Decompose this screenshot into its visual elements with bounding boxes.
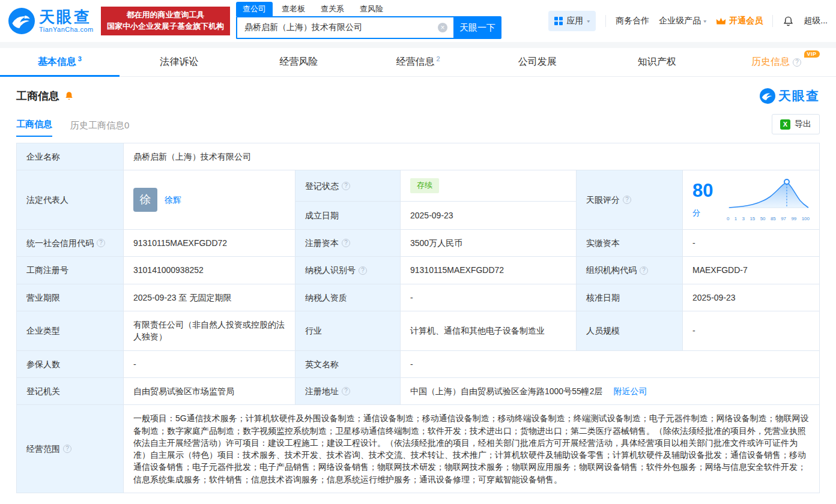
reg-status-cell: 存续 <box>401 170 577 202</box>
help-icon[interactable]: ? <box>793 58 801 67</box>
notification-bell-icon[interactable] <box>783 16 794 27</box>
reg-number-value: 310141000938252 <box>124 257 295 284</box>
approval-date-value: 2025-09-23 <box>683 284 820 311</box>
field-label: 登记机关 <box>17 377 124 404</box>
field-label: 实缴资本 <box>577 230 683 257</box>
reg-address-value: 中国（上海）自由贸易试验区金海路1000号55幢2层 <box>410 386 603 396</box>
help-icon[interactable]: ? <box>640 266 648 275</box>
search-tab-boss[interactable]: 查老板 <box>275 2 312 16</box>
table-row: 法定代表人 徐 徐辉 登记状态? 存续 天眼评分? 80分 <box>17 170 820 202</box>
logo-wave-icon <box>8 8 35 34</box>
excel-icon: X <box>780 119 790 130</box>
help-icon[interactable]: ? <box>623 196 631 204</box>
subtab-business-info[interactable]: 工商信息 <box>16 119 52 137</box>
field-label: 组织机构代码? <box>577 257 683 284</box>
user-account[interactable]: 超级... <box>804 16 828 26</box>
avatar[interactable]: 徐 <box>133 188 157 212</box>
table-row: 营业期限 2025-09-23 至 无固定期限 纳税人资质 - 核准日期 202… <box>17 284 820 311</box>
search-box: × <box>236 16 453 39</box>
field-label: 企业名称 <box>17 143 124 170</box>
tab-basic-info[interactable]: 基本信息3 <box>0 48 120 76</box>
subscribe-bell-icon[interactable] <box>64 91 74 101</box>
help-icon[interactable]: ? <box>63 445 71 453</box>
tianyancha-logo[interactable]: 天眼查 TianYanCha.com <box>8 8 98 34</box>
tab-intellectual-property[interactable]: 知识产权 <box>597 48 716 76</box>
search-area: 查公司 查老板 查关系 查风险 × 天眼一下 <box>236 3 501 39</box>
field-label: 纳税人识别号? <box>295 257 401 284</box>
apps-label: 应用 <box>566 16 583 26</box>
table-row: 参保人数 - 英文名称 - <box>17 350 820 377</box>
tab-history-info[interactable]: 历史信息 ? VIP <box>716 48 836 76</box>
slogan-line1: 都在用的商业查询工具 <box>107 10 224 21</box>
reg-authority-value: 自由贸易试验区市场监管局 <box>124 377 295 404</box>
search-input[interactable] <box>237 23 438 32</box>
search-button[interactable]: 天眼一下 <box>453 16 501 39</box>
org-code-value: MAEXFGDD-7 <box>683 257 820 284</box>
taxpayer-quality-value: - <box>401 284 577 311</box>
field-label: 成立日期 <box>295 202 401 230</box>
clear-icon[interactable]: × <box>438 23 447 32</box>
business-term-value: 2025-09-23 至 无固定期限 <box>124 284 295 311</box>
score-cell[interactable]: 80分 <box>683 170 820 230</box>
search-tabs: 查公司 查老板 查关系 查风险 <box>236 3 501 16</box>
field-label: 登记状态? <box>295 170 401 202</box>
logo-wave-icon <box>760 88 775 104</box>
field-label: 纳税人资质 <box>295 284 401 311</box>
business-scope-value: 一般项目：5G通信技术服务；计算机软硬件及外围设备制造；通信设备制造；移动通信设… <box>124 405 820 493</box>
chevron-down-icon: ▾ <box>703 19 706 24</box>
nav-open-vip[interactable]: 开通会员 <box>716 16 763 26</box>
header-nav: 应用 ▾ 商务合作 企业级产品 ▾ 开通会员 超级... <box>548 11 828 31</box>
search-tab-risk[interactable]: 查风险 <box>353 2 390 16</box>
paid-capital-value: - <box>683 230 820 257</box>
company-nav-tabs: 基本信息3 法律诉讼 经营风险 经营信息2 公司发展 知识产权 历史信息 ? V… <box>0 48 836 77</box>
tab-count-badge: 2 <box>436 55 440 62</box>
brand-domain: TianYanCha.com <box>39 26 94 33</box>
slogan-line2: 国家中小企业发展子基金旗下机构 <box>107 21 224 32</box>
tab-legal-proceedings[interactable]: 法律诉讼 <box>120 48 239 76</box>
field-label: 法定代表人 <box>17 170 124 230</box>
table-row: 经营范围? 一般项目：5G通信技术服务；计算机软硬件及外围设备制造；通信设备制造… <box>17 405 820 493</box>
brand-name: 天眼查 <box>39 9 94 25</box>
nav-business-cooperation[interactable]: 商务合作 <box>616 16 649 26</box>
header-separator <box>0 42 836 48</box>
help-icon[interactable]: ? <box>342 239 350 247</box>
field-label: 人员规模 <box>577 311 683 351</box>
credit-code-value: 91310115MAEXFGDD72 <box>124 230 295 257</box>
section-watermark-logo: 天眼查 <box>760 88 820 104</box>
section-title: 工商信息 <box>16 89 59 103</box>
field-label: 天眼评分? <box>577 170 683 230</box>
help-icon[interactable]: ? <box>342 387 350 395</box>
help-icon[interactable]: ? <box>359 266 367 275</box>
field-label: 统一社会信用代码? <box>17 230 124 257</box>
divider <box>772 15 773 27</box>
legal-rep-cell: 徐 徐辉 <box>124 170 295 230</box>
tab-company-development[interactable]: 公司发展 <box>477 48 597 76</box>
table-row: 企业类型 有限责任公司（非自然人投资或控股的法人独资） 行业 计算机、通信和其他… <box>17 311 820 351</box>
nearby-companies-link[interactable]: 附近公司 <box>613 386 647 396</box>
tab-operating-risk[interactable]: 经营风险 <box>239 48 359 76</box>
table-row: 工商注册号 310141000938252 纳税人识别号? 91310115MA… <box>17 257 820 284</box>
tab-count-badge: 3 <box>78 55 82 62</box>
field-label: 经营范围? <box>17 405 124 493</box>
apps-menu-button[interactable]: 应用 ▾ <box>548 11 596 31</box>
establish-date-value: 2025-09-23 <box>401 202 577 230</box>
divider <box>605 15 606 27</box>
search-tab-relation[interactable]: 查关系 <box>314 2 351 16</box>
english-name-value: - <box>401 350 820 377</box>
score-curve-chart: 0131550859799100 <box>727 178 810 222</box>
field-label: 行业 <box>295 311 401 351</box>
crown-icon <box>716 17 726 26</box>
table-row: 登记机关 自由贸易试验区市场监管局 注册地址? 中国（上海）自由贸易试验区金海路… <box>17 377 820 404</box>
nav-enterprise-products[interactable]: 企业级产品 ▾ <box>659 16 706 26</box>
subtab-history-business-info[interactable]: 历史工商信息0 <box>70 120 129 137</box>
score-axis-labels: 0131550859799100 <box>727 215 810 223</box>
field-label: 注册资本? <box>295 230 401 257</box>
tab-operating-info[interactable]: 经营信息2 <box>359 48 478 76</box>
field-label: 工商注册号 <box>17 257 124 284</box>
taxpayer-id-value: 91310115MAEXFGDD72 <box>401 257 577 284</box>
search-tab-company[interactable]: 查公司 <box>236 2 273 16</box>
help-icon[interactable]: ? <box>97 239 105 247</box>
export-button[interactable]: X 导出 <box>772 114 820 134</box>
legal-rep-link[interactable]: 徐辉 <box>165 194 181 206</box>
help-icon[interactable]: ? <box>342 182 350 190</box>
